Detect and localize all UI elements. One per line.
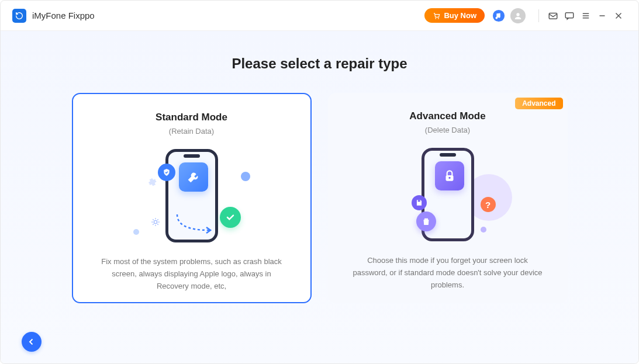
standard-title: Standard Mode — [91, 112, 293, 123]
advanced-badge: Advanced — [515, 98, 562, 109]
standard-subtitle: (Retain Data) — [91, 127, 293, 136]
shield-icon — [158, 164, 175, 181]
standard-desc: Fix most of the system problems, such as… — [91, 256, 293, 292]
app-logo-icon — [12, 9, 26, 23]
minimize-button[interactable] — [594, 6, 610, 25]
svg-point-14 — [448, 177, 450, 179]
app-window: iMyFone Fixppo Buy Now Please select — [0, 0, 639, 364]
advanced-illustration: ? — [346, 145, 550, 244]
svg-point-1 — [438, 18, 439, 19]
advanced-mode-card[interactable]: Advanced Advanced Mode (Delete Data) ? C… — [328, 93, 568, 303]
svg-point-12 — [154, 220, 157, 223]
svg-rect-15 — [417, 200, 420, 202]
question-icon: ? — [481, 197, 496, 212]
divider — [538, 9, 539, 22]
gear-icon — [146, 175, 158, 187]
titlebar: iMyFone Fixppo Buy Now — [1, 1, 638, 31]
save-icon — [412, 195, 427, 210]
music-icon[interactable] — [492, 9, 506, 23]
advanced-subtitle: (Delete Data) — [346, 126, 550, 134]
avatar-icon[interactable] — [510, 8, 526, 23]
app-title: iMyFone Fixppo — [32, 11, 95, 20]
buy-now-button[interactable]: Buy Now — [424, 8, 485, 23]
check-icon — [220, 207, 241, 228]
svg-rect-4 — [549, 13, 557, 19]
svg-point-0 — [436, 18, 437, 19]
standard-illustration — [91, 146, 293, 245]
close-button[interactable] — [610, 6, 627, 25]
lock-icon — [435, 161, 464, 190]
cart-icon — [433, 12, 441, 20]
svg-point-3 — [516, 13, 519, 16]
standard-mode-card[interactable]: Standard Mode (Retain Data) — [72, 93, 312, 303]
back-button[interactable] — [22, 332, 42, 352]
mail-icon[interactable] — [545, 6, 561, 25]
chat-icon[interactable] — [561, 6, 578, 25]
trash-icon — [416, 212, 436, 231]
buy-now-label: Buy Now — [444, 11, 476, 20]
advanced-title: Advanced Mode — [346, 110, 550, 122]
menu-icon[interactable] — [578, 6, 594, 25]
arrow-left-icon — [26, 337, 37, 347]
wrench-icon — [179, 162, 208, 192]
gear-icon — [151, 217, 160, 227]
arrow-path-icon — [174, 212, 227, 235]
content-area: Please select a repair type Standard Mod… — [1, 31, 638, 363]
svg-rect-5 — [565, 12, 574, 18]
advanced-desc: Choose this mode if you forget your scre… — [346, 255, 550, 291]
repair-type-cards: Standard Mode (Retain Data) — [1, 93, 638, 303]
page-title: Please select a repair type — [1, 56, 638, 72]
